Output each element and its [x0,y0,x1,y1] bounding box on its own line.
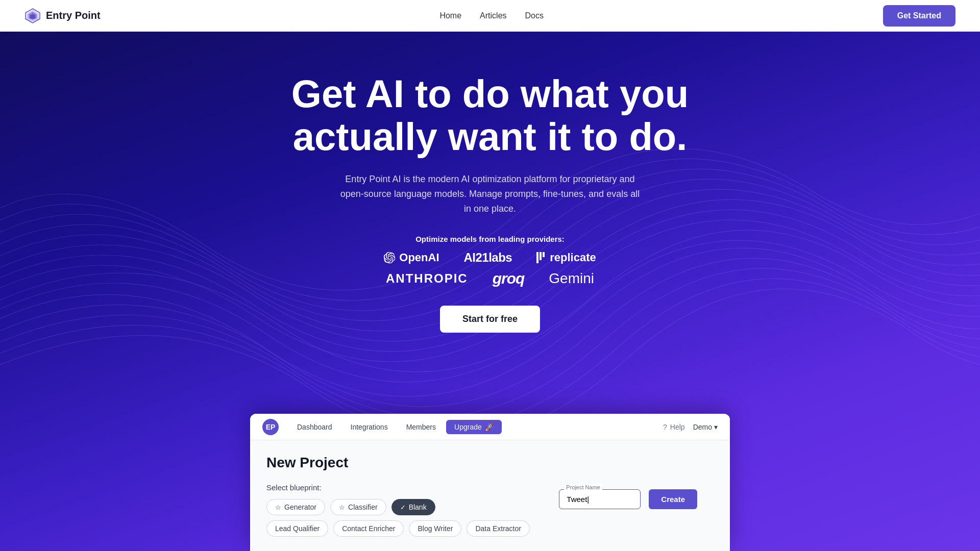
groq-logo: groq [493,270,525,287]
gemini-logo: Gemini [549,270,594,287]
project-form: Project Name Create [559,489,697,509]
nav-upgrade[interactable]: Upgrade 🚀 [446,420,502,434]
nav-integrations[interactable]: Integrations [342,420,396,434]
nav-dashboard[interactable]: Dashboard [289,420,340,434]
app-nav-right: ? Help Demo ▾ [663,423,718,431]
project-name-label: Project Name [564,484,602,490]
openai-text: OpenAI [399,251,439,264]
openai-logo: OpenAI [384,251,439,264]
svg-rect-6 [543,252,545,257]
blueprint-row-2: Lead Qualifier Contact Enricher Blog Wri… [266,520,714,537]
demo-dropdown[interactable]: Demo ▾ [693,423,718,431]
blueprint-data-extractor[interactable]: Data Extractor [467,520,529,537]
svg-rect-4 [536,252,538,263]
app-content: New Project Project Name Create Select b… [266,455,714,537]
create-button[interactable]: Create [649,489,697,509]
providers-row-1: OpenAI AI21labs replicate [384,251,596,265]
nav-links: Home Articles Docs [439,11,544,20]
svg-rect-5 [540,252,542,260]
start-free-button[interactable]: Start for free [440,306,540,333]
blueprint-blog-writer[interactable]: Blog Writer [409,520,461,537]
nav-logo: Entry Point [24,8,101,24]
nav-home[interactable]: Home [439,11,461,20]
groq-text: groq [493,270,525,287]
ai21-logo: AI21labs [464,251,512,265]
help-icon: ? [663,423,667,431]
hero-content: Get AI to do what you actually want it t… [0,32,980,333]
gemini-text: Gemini [549,270,594,287]
rocket-icon: 🚀 [485,423,494,431]
replicate-text: replicate [550,251,596,264]
project-name-field: Project Name [559,489,641,509]
providers-row-2: ANTHROPIC groq Gemini [386,270,594,287]
nav-docs[interactable]: Docs [525,11,544,20]
chevron-down-icon: ▾ [714,423,718,431]
logo-text: Entry Point [46,10,101,21]
blueprint-lead-qualifier[interactable]: Lead Qualifier [266,520,328,537]
anthropic-text: ANTHROPIC [386,271,468,286]
hero-title: Get AI to do what you actually want it t… [260,72,720,158]
anthropic-logo: ANTHROPIC [386,271,468,286]
app-window: EP Dashboard Integrations Members Upgrad… [250,414,730,551]
app-navbar: EP Dashboard Integrations Members Upgrad… [250,414,730,440]
navbar: Entry Point Home Articles Docs Get Start… [0,0,980,32]
app-nav-items: Dashboard Integrations Members Upgrade 🚀 [289,420,663,434]
check-icon: ✓ [400,504,406,511]
star-icon: ☆ [275,504,281,511]
blueprint-contact-enricher[interactable]: Contact Enricher [333,520,404,537]
star-icon: ☆ [339,504,345,511]
blueprint-classifier[interactable]: ☆ Classifier [330,499,386,515]
blueprint-blank[interactable]: ✓ Blank [391,499,435,515]
nav-articles[interactable]: Articles [480,11,506,20]
providers-label: Optimize models from leading providers: [415,235,565,243]
get-started-button[interactable]: Get Started [883,5,955,27]
nav-members[interactable]: Members [398,420,444,434]
app-logo: EP [262,419,279,435]
logo-icon [24,8,41,24]
providers-logos: OpenAI AI21labs replicate ANTHROPIC groq [384,251,596,287]
hero-subtitle: Entry Point AI is the modern AI optimiza… [337,172,643,216]
blueprint-generator[interactable]: ☆ Generator [266,499,325,515]
help-button[interactable]: ? Help [663,423,685,431]
project-name-input[interactable] [559,489,641,509]
section-title: New Project [266,455,714,471]
replicate-logo: replicate [536,251,596,264]
ai21-text: AI21labs [464,251,512,265]
app-body: New Project Project Name Create Select b… [250,440,730,551]
